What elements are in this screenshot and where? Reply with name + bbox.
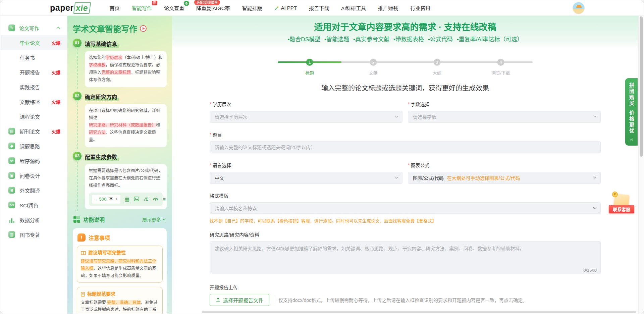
sidebar-group-paper-writing[interactable]: ✎ 论文写作 xyxy=(0,20,67,35)
param-toolbar: −500字+ ▦ √Σ </> ≡ xyxy=(89,193,163,206)
show-more-button[interactable]: 展示更多 xyxy=(142,216,166,223)
step-label-title: 标题 xyxy=(305,69,314,76)
step-circle-outline: 3 xyxy=(434,59,441,66)
sidebar-item-literature-review[interactable]: 文献综述 火爆 xyxy=(0,94,67,109)
idea-icon: ◆ xyxy=(8,143,15,149)
app-window: paper xie 首页 智能写作 热 论文查重 免 降重复|AIGC率 适配知… xyxy=(0,0,644,314)
user-avatar[interactable] xyxy=(573,2,585,14)
guide-step-3-card: 根据需要选择是否包含图片/公式/代码，在具体要求需要在大纲处的右侧进行选择操作点… xyxy=(85,164,167,209)
wordcount-label: 字数选择 xyxy=(411,101,429,107)
upload-report-button[interactable]: 选择开题报告文件 xyxy=(210,294,269,306)
nav-typesetting[interactable]: 智能排版 xyxy=(242,4,262,11)
sci-icon: SCI xyxy=(8,202,15,208)
nav-ai-research-tools[interactable]: AI科研工具 xyxy=(341,4,366,11)
progress-track xyxy=(278,61,533,63)
chevron-up-icon xyxy=(56,27,60,29)
template-select[interactable]: 请输入学校名称搜索 xyxy=(210,202,601,214)
sidebar-item-task-book[interactable]: 任务书 xyxy=(0,50,67,65)
research-label: 研究思路/研究内容/资料 xyxy=(210,231,259,238)
nav-plagiarism-check[interactable]: 论文查重 免 xyxy=(164,4,184,11)
hero-banner: 适用对于文章内容要求高的需求 · 支持在线改稿 •融合DS模型 •智能选题 •真… xyxy=(172,16,638,49)
table-icon[interactable]: ▦ xyxy=(125,197,129,202)
language-select[interactable]: 中文 xyxy=(210,172,402,184)
guide-panel: 学术文章智能写作 01 填写基础信息 选择您的学历层次（本科/硕士/博士）和学校… xyxy=(67,16,172,314)
sidebar-item-data-analysis[interactable]: 数据分析 xyxy=(0,212,67,227)
code-icon[interactable]: </> xyxy=(153,197,158,201)
step-connector xyxy=(77,49,77,89)
document-icon xyxy=(81,292,85,297)
thesis-form: *学历层次 请选择学历层次 *字数选择 请选择字数 *题目 xyxy=(172,101,638,306)
hero-points: •融合DS模型 •智能选题 •真实参考文献 •带数据表格 •公式代码 •重复率/… xyxy=(172,35,638,43)
nav-promotion[interactable]: 推广赚钱 xyxy=(378,4,398,11)
paper-writing-icon: ✎ xyxy=(8,24,15,31)
wordcount-select[interactable]: 请选择字数 xyxy=(408,111,601,123)
nav-home[interactable]: 首页 xyxy=(110,4,120,11)
top-navbar: paper xie 首页 智能写作 热 论文查重 免 降重复|AIGC率 适配知… xyxy=(0,0,644,16)
nav-report-download[interactable]: 报告下载 xyxy=(309,4,329,11)
sidebar-item-graduation-thesis[interactable]: 毕业论文 火爆 xyxy=(0,35,67,50)
research-textarea[interactable] xyxy=(210,241,601,274)
title-label: 题目 xyxy=(212,131,222,138)
step-label-outline: 大纲 xyxy=(433,69,441,76)
nav-smart-writing[interactable]: 智能写作 热 xyxy=(132,4,152,11)
cnki-badge: 适配知网/维普 xyxy=(194,0,220,5)
lines-icon[interactable]: ≡ xyxy=(163,197,166,202)
chevron-down-icon xyxy=(162,218,166,221)
chart-formula-label: 图表公式 xyxy=(411,162,429,168)
sidebar-item-topic-ideas[interactable]: ◆ 课题思路 xyxy=(0,139,67,153)
word-count-stepper[interactable]: −500字+ xyxy=(92,195,120,204)
horizontal-scrollbar-thumb[interactable] xyxy=(202,311,636,313)
logo-text-xie: xie xyxy=(73,2,91,14)
education-select[interactable]: 请选择学历层次 xyxy=(210,111,402,123)
template-label: 格式模版 xyxy=(210,192,228,199)
sidebar-item-sci-polish[interactable]: SCI SCI润色 xyxy=(0,198,67,212)
nav-reduce-aigc[interactable]: 降重复|AIGC率 适配知网/维普 xyxy=(196,4,230,11)
plus-icon[interactable]: + xyxy=(115,196,118,203)
title-input[interactable] xyxy=(210,141,601,153)
chart-inline-hint: 在大纲处可手动选择图表/公式/代码 xyxy=(447,174,520,181)
scrollbar-thumb[interactable] xyxy=(640,16,643,157)
features-row: 功能说明 展示更多 xyxy=(73,215,166,223)
journal-icon: ▤ xyxy=(8,128,15,135)
hot-label: 火爆 xyxy=(52,40,60,46)
nav-ai-ppt[interactable]: AI PPT xyxy=(274,5,297,11)
sidebar-item-journal-paper[interactable]: ▤ 期刊论文 火爆 xyxy=(0,124,67,139)
main-nav: 首页 智能写作 热 论文查重 免 降重复|AIGC率 适配知网/维普 智能排版 … xyxy=(110,4,430,11)
vertical-scrollbar[interactable] xyxy=(638,16,644,314)
divider xyxy=(274,296,274,304)
form-tip: 输入完整的论文标题或选题关键词，获得更好的生成效果 xyxy=(172,83,638,93)
nav-industry-news[interactable]: 行业资讯 xyxy=(410,4,430,11)
step-circle-title: 1 xyxy=(306,59,313,66)
play-video-icon[interactable] xyxy=(140,25,147,32)
logo-text-paper: paper xyxy=(50,3,74,13)
translate-icon: 译 xyxy=(8,187,15,194)
source-code-icon: </> xyxy=(8,157,15,164)
sidebar-item-proposal-report[interactable]: 开题报告 火爆 xyxy=(0,65,67,80)
warning-icon: ! xyxy=(77,233,86,242)
guide-step-2-card: 在项目选择中明确您的研究领域，详细描述研究思路、研究材料（或数据报告）和研究方法… xyxy=(85,104,167,147)
minus-icon[interactable]: − xyxy=(94,196,97,203)
formula-icon[interactable]: √Σ xyxy=(144,197,148,201)
survey-icon: ▣ xyxy=(8,172,15,179)
chevron-down-icon xyxy=(593,115,597,118)
guide-step-1: 01 填写基础信息 选择您的学历层次（本科/硕士/博士）和学校模板，确保格式规范… xyxy=(73,40,167,87)
sidebar-item-book-monograph[interactable]: ▥ 图书专著 xyxy=(0,227,67,242)
sidebar-item-source-code[interactable]: </> 程序源码 xyxy=(0,153,67,168)
brand-logo[interactable]: paper xie xyxy=(50,2,90,14)
step-label-download: 浏览/下载 xyxy=(491,69,510,76)
chart-formula-select[interactable]: 图表/公式/代码 在大纲处可手动选择图表/公式/代码 xyxy=(408,172,601,184)
sidebar-item-translation[interactable]: 译 外文翻译 xyxy=(0,183,67,198)
sidebar-item-course-paper[interactable]: 课程论文 xyxy=(0,109,67,124)
image-icon[interactable] xyxy=(134,197,139,202)
sidebar: ✎ 论文写作 毕业论文 火爆 任务书 开题报告 火爆 实践报告 文献综述 火爆 … xyxy=(0,16,67,314)
hot-badge: 热 xyxy=(152,1,157,5)
progress-steps: 1 2 3 4 标题 文献 大纲 浏览/下载 xyxy=(278,59,533,78)
contact-service-button[interactable]: ¥ 联系客服 xyxy=(609,194,634,213)
notice-card-completeness: 建议填写项完整性 建议填写研究思路、研究材料和方法三个输入框，这些信息是生成高质… xyxy=(77,246,163,283)
sidebar-item-survey-design[interactable]: ▣ 问卷设计 xyxy=(0,168,67,183)
service-ribbon-label: 联系客服 xyxy=(609,205,634,213)
group-buy-button[interactable]: 拼团购买 价格更优 ☝ xyxy=(625,78,638,146)
step-connector xyxy=(77,162,77,211)
free-badge: 免 xyxy=(184,1,189,6)
sidebar-item-practice-report[interactable]: 实践报告 xyxy=(0,80,67,94)
